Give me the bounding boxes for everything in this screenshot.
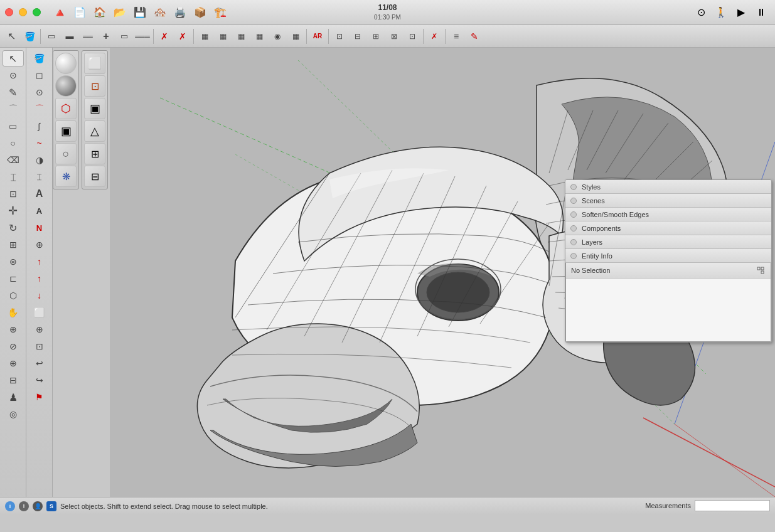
cross-btn[interactable]: ✗ (174, 28, 191, 45)
scale-tool[interactable]: ⊞ (3, 237, 24, 253)
stairs-btn[interactable]: ⊟ (84, 166, 105, 187)
cube-red-btn[interactable]: ⬡ (55, 98, 77, 119)
orbit-tool[interactable]: ⊙ (3, 67, 24, 83)
detail-4-btn[interactable]: ⊠ (385, 28, 403, 45)
new-file-icon[interactable]: 📄 (71, 4, 88, 21)
flip-tool[interactable]: ↑ (29, 253, 50, 270)
cube-gray-btn[interactable]: ▣ (55, 120, 77, 142)
move-tool[interactable]: ✛ (3, 203, 24, 219)
circle-tool[interactable]: ○ (3, 135, 24, 151)
3d-text-tool[interactable]: A (29, 203, 50, 219)
material-btn[interactable]: ◉ (269, 28, 286, 45)
detail-5-btn[interactable]: ⊡ (404, 28, 421, 45)
measurements-input[interactable] (695, 500, 770, 511)
blob-btn[interactable]: ❋ (55, 166, 77, 187)
grid-4-btn[interactable]: ▦ (250, 28, 268, 45)
entity-info-expand-btn[interactable] (756, 265, 766, 275)
solid-tool[interactable]: ⬡ (3, 287, 24, 304)
offset-tool[interactable]: ⊜ (3, 253, 24, 270)
pan-tool[interactable]: ✋ (3, 304, 24, 321)
select-tool[interactable]: ↖ (3, 50, 24, 66)
push-3d-btn[interactable]: ⊡ (84, 75, 105, 97)
walk-through-icon[interactable]: 🚶 (712, 4, 730, 21)
detail-1-btn[interactable]: ⊡ (331, 28, 348, 45)
zoom-in-tool[interactable]: ⊕ (29, 321, 50, 338)
sphere-white-btn[interactable] (55, 53, 77, 74)
close-btn[interactable] (5, 8, 13, 16)
cube-3d-btn[interactable]: ▣ (84, 98, 105, 119)
detail-3-btn[interactable]: ⊞ (367, 28, 385, 45)
zoom-ext-tool[interactable]: ⊡ (29, 338, 50, 354)
text-tool[interactable]: A (29, 186, 50, 202)
box-tool[interactable]: ⬜ (29, 304, 50, 321)
open-icon[interactable]: 📂 (111, 4, 129, 21)
arc-tool[interactable]: ⌒ (3, 101, 24, 117)
cut-icon-btn[interactable]: ✗ (156, 28, 173, 45)
close-x-btn[interactable]: ✗ (425, 28, 443, 45)
scenes-panel-header[interactable]: Scenes (565, 194, 771, 208)
detail-2-btn[interactable]: ⊟ (349, 28, 366, 45)
globe-tool[interactable]: ⊙ (29, 84, 50, 100)
pencil-red-btn[interactable]: ✎ (466, 28, 483, 45)
tape-tool[interactable]: ⌶ (3, 169, 24, 185)
paint-bucket-tool[interactable]: 🪣 (29, 50, 50, 66)
eraser-tool[interactable]: ⌫ (3, 152, 24, 168)
face-tool[interactable]: ◎ (3, 406, 24, 422)
north-tool[interactable]: N (29, 220, 50, 236)
warning-icon[interactable]: ! (19, 501, 29, 511)
grid-2-btn[interactable]: ▦ (214, 28, 232, 45)
flag-tool[interactable]: ⚑ (29, 389, 50, 405)
paint-bucket-btn[interactable]: 🪣 (21, 28, 38, 45)
sketchup-icon[interactable]: S (46, 501, 56, 511)
box-3d-btn[interactable]: ⬜ (84, 53, 105, 74)
entity-info-panel-header[interactable]: Entity Info (565, 249, 771, 263)
ar-btn[interactable]: AR (309, 28, 326, 45)
zoom-tool[interactable]: ⊕ (3, 321, 24, 338)
house2-icon[interactable]: 🏘️ (151, 4, 169, 21)
orbit-btn[interactable]: ⊙ (692, 4, 710, 21)
minimize-btn[interactable] (19, 8, 27, 16)
styles-panel-header[interactable]: Styles (565, 180, 771, 194)
next-view-tool[interactable]: ↪ (29, 372, 50, 388)
dimension-tool[interactable]: ⌶ (29, 169, 50, 185)
print-icon[interactable]: 🖨️ (171, 4, 189, 21)
soften-panel-header[interactable]: Soften/Smooth Edges (565, 208, 771, 221)
arc2-tool[interactable]: ⌒ (29, 101, 50, 117)
components-panel-header[interactable]: Components (565, 221, 771, 235)
section-plane-tool[interactable]: ⊟ (3, 372, 24, 388)
prev-view-tool[interactable]: ↩ (29, 355, 50, 371)
face-style-3-btn[interactable]: ══ (79, 28, 97, 45)
freehand-tool[interactable]: ~ (29, 135, 50, 151)
add-style-btn[interactable]: + (97, 28, 115, 45)
layers-panel-header[interactable]: Layers (565, 235, 771, 249)
maximize-btn[interactable] (33, 8, 41, 16)
push-pull-tool[interactable]: ⊡ (3, 186, 24, 202)
person-tool[interactable]: ♟ (3, 389, 24, 405)
3d-model-icon[interactable]: 📦 (191, 4, 209, 21)
grid-3-btn[interactable]: ▦ (232, 28, 250, 45)
compound-btn[interactable]: ⊞ (84, 143, 105, 164)
save-icon[interactable]: 💾 (131, 4, 149, 21)
grid-1-btn[interactable]: ▦ (196, 28, 213, 45)
cone-3d-btn[interactable]: △ (84, 120, 105, 142)
compass-tool[interactable]: ⊕ (29, 237, 50, 253)
play-icon[interactable]: ▶ (732, 4, 750, 21)
home-icon[interactable]: 🏠 (91, 4, 109, 21)
user-icon[interactable]: 👤 (33, 501, 43, 511)
face-style-4-btn[interactable]: ▭ (115, 28, 133, 45)
rectangle-tool[interactable]: ▭ (3, 118, 24, 134)
protractor-tool[interactable]: ◑ (29, 152, 50, 168)
rotate-tool[interactable]: ↻ (3, 220, 24, 236)
face-style-1-btn[interactable]: ▭ (43, 28, 60, 45)
rubber-tool[interactable]: ◻ (29, 67, 50, 83)
follow-me-tool[interactable]: ⊏ (3, 270, 24, 287)
select-tool-btn[interactable]: ↖ (3, 28, 20, 45)
down-arrow-tool[interactable]: ↓ (29, 287, 50, 304)
pencil-tool[interactable]: ✎ (3, 84, 24, 100)
sphere-outline-btn[interactable]: ○ (55, 143, 77, 164)
face-style-5-btn[interactable]: ═══ (134, 28, 151, 45)
lines-btn[interactable]: ≡ (447, 28, 465, 45)
3d-viewport[interactable]: Styles Scenes Soften/Smooth Edges Compon… (110, 48, 775, 497)
curve-tool[interactable]: ∫ (29, 118, 50, 134)
sphere-shaded-btn[interactable] (55, 75, 77, 97)
